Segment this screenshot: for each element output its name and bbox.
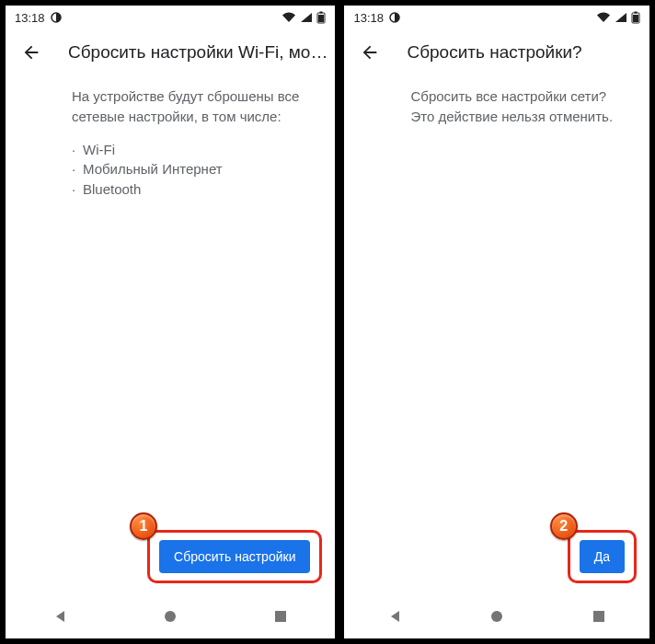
battery-icon bbox=[631, 11, 640, 24]
nav-home-button[interactable] bbox=[474, 598, 520, 635]
phone-screen-1: 13:18 Сбросить настройки Wi-Fi, мо… На у… bbox=[4, 4, 337, 640]
wifi-icon bbox=[282, 12, 296, 23]
svg-point-4 bbox=[165, 611, 176, 622]
back-button[interactable] bbox=[13, 34, 50, 71]
list-item: ·Bluetooth bbox=[72, 179, 313, 200]
reset-settings-button[interactable]: Сбросить настройки bbox=[159, 540, 310, 573]
page-title: Сбросить настройки? bbox=[407, 42, 642, 63]
svg-rect-11 bbox=[593, 611, 604, 622]
list-item: ·Wi-Fi bbox=[72, 140, 313, 160]
page-title: Сбросить настройки Wi-Fi, мо… bbox=[68, 42, 328, 63]
body-text: На устройстве будут сброшены все сетевые… bbox=[72, 86, 313, 127]
triangle-back-icon bbox=[388, 609, 403, 624]
svg-rect-9 bbox=[633, 15, 638, 22]
phone-screen-2: 13:18 Сбросить настройки? Сбросить все н… bbox=[342, 4, 651, 640]
list-item: ·Мобильный Интернет bbox=[72, 159, 313, 179]
square-recent-icon bbox=[274, 610, 287, 623]
status-bar: 13:18 bbox=[6, 6, 335, 29]
app-bar: Сбросить настройки Wi-Fi, мо… bbox=[6, 29, 335, 75]
action-area: 2 Да bbox=[568, 530, 637, 583]
notification-dot-icon bbox=[389, 12, 400, 23]
svg-rect-8 bbox=[635, 12, 638, 14]
circle-home-icon bbox=[163, 609, 178, 624]
arrow-left-icon bbox=[360, 42, 380, 63]
signal-icon bbox=[615, 12, 627, 23]
triangle-back-icon bbox=[53, 609, 68, 624]
highlight-box: 1 Сбросить настройки bbox=[147, 530, 322, 583]
content-area: На устройстве будут сброшены все сетевые… bbox=[6, 75, 335, 594]
system-nav-bar bbox=[6, 594, 335, 638]
reset-list: ·Wi-Fi ·Мобильный Интернет ·Bluetooth bbox=[72, 140, 313, 200]
action-area: 1 Сбросить настройки bbox=[147, 530, 322, 583]
wifi-icon bbox=[596, 12, 611, 23]
confirm-button[interactable]: Да bbox=[580, 540, 625, 573]
screenshot-pair: 13:18 Сбросить настройки Wi-Fi, мо… На у… bbox=[0, 0, 655, 644]
svg-rect-2 bbox=[320, 12, 323, 14]
svg-rect-3 bbox=[318, 15, 324, 22]
nav-recent-button[interactable] bbox=[258, 598, 304, 635]
app-bar: Сбросить настройки? bbox=[344, 29, 649, 75]
svg-point-10 bbox=[491, 611, 502, 622]
nav-home-button[interactable] bbox=[147, 598, 193, 635]
battery-icon bbox=[316, 11, 326, 24]
square-recent-icon bbox=[592, 610, 605, 623]
back-button[interactable] bbox=[351, 34, 388, 71]
arrow-left-icon bbox=[21, 42, 41, 63]
signal-icon bbox=[300, 12, 313, 23]
nav-recent-button[interactable] bbox=[576, 598, 622, 635]
system-nav-bar bbox=[344, 594, 649, 638]
nav-back-button[interactable] bbox=[373, 598, 419, 635]
notification-dot-icon bbox=[51, 12, 62, 23]
step-badge: 1 bbox=[130, 512, 157, 540]
status-time: 13:18 bbox=[353, 11, 384, 25]
circle-home-icon bbox=[489, 609, 504, 624]
nav-back-button[interactable] bbox=[38, 598, 84, 635]
step-badge: 2 bbox=[550, 512, 578, 540]
svg-rect-5 bbox=[275, 611, 286, 622]
status-bar: 13:18 bbox=[344, 6, 649, 29]
content-area: Сбросить все настройки сети? Это действи… bbox=[344, 75, 649, 594]
body-text: Сбросить все настройки сети? Это действи… bbox=[410, 86, 627, 127]
highlight-box: 2 Да bbox=[568, 530, 637, 583]
status-time: 13:18 bbox=[15, 11, 45, 25]
